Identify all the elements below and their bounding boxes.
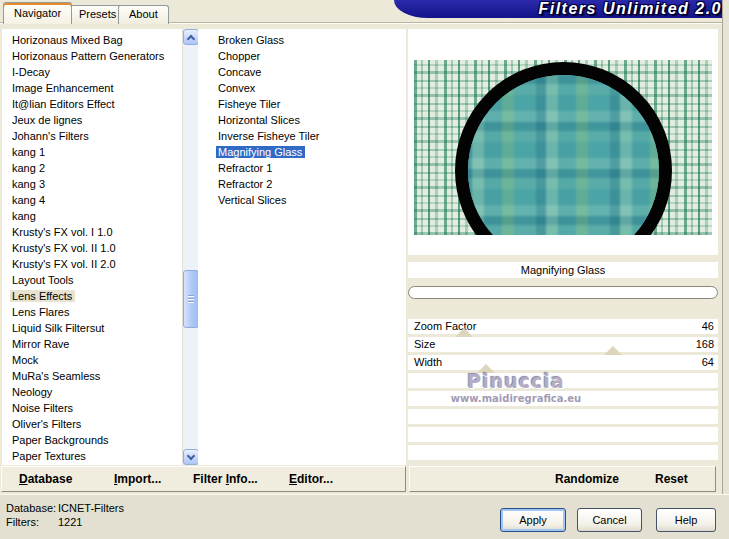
- randomize-button[interactable]: Randomize: [555, 467, 619, 491]
- filter-items: Broken GlassChopperConcaveConvexFisheye …: [198, 32, 406, 208]
- editor-menu-button[interactable]: Editor...: [289, 467, 333, 491]
- category-item[interactable]: Krusty's FX vol. I 1.0: [2, 224, 198, 240]
- apply-button[interactable]: Apply: [500, 508, 566, 532]
- category-item[interactable]: Image Enhancement: [2, 80, 198, 96]
- category-item[interactable]: Oliver's Filters: [2, 416, 198, 432]
- app-title: Filters Unlimited 2.0: [538, 0, 722, 17]
- filter-item[interactable]: Refractor 1: [198, 160, 406, 176]
- category-item[interactable]: kang 4: [2, 192, 198, 208]
- reset-button[interactable]: Reset: [655, 467, 688, 491]
- param-value: 64: [702, 355, 714, 370]
- preview-panel: Magnifying Glass Zoom Factor46Size168Wid…: [406, 29, 722, 465]
- param-name: Width: [414, 355, 442, 370]
- category-item[interactable]: Lens Effects: [2, 288, 198, 304]
- param-name: Size: [414, 337, 435, 352]
- filter-item[interactable]: Fisheye Tiler: [198, 96, 406, 112]
- filter-item[interactable]: Vertical Slices: [198, 192, 406, 208]
- category-item[interactable]: Horizonaus Pattern Generators: [2, 48, 198, 64]
- toolbar-right-section: Randomize Reset: [409, 466, 716, 492]
- param-row-empty: [408, 427, 718, 442]
- filter-list: Broken GlassChopperConcaveConvexFisheye …: [198, 29, 406, 465]
- category-item[interactable]: kang 2: [2, 160, 198, 176]
- preview-block: [408, 29, 718, 255]
- toolbar-left-section: Database Import... Filter Info... Editor…: [1, 466, 406, 492]
- category-list: Horizonaus Mixed BagHorizonaus Pattern G…: [2, 29, 198, 465]
- category-item[interactable]: Lens Flares: [2, 304, 198, 320]
- param-value: 46: [702, 319, 714, 334]
- category-item[interactable]: MuRa's Seamless: [2, 368, 198, 384]
- param-row[interactable]: Width64: [408, 355, 718, 370]
- filters-unlimited-dialog: Filters Unlimited 2.0 Navigator Presets …: [0, 0, 729, 539]
- chevron-up-icon: [187, 35, 195, 43]
- preview-progress-bar: [408, 286, 718, 299]
- filter-item[interactable]: Magnifying Glass: [198, 144, 406, 160]
- import-menu-button[interactable]: Import...: [114, 467, 161, 491]
- category-item[interactable]: Liquid Silk Filtersut: [2, 320, 198, 336]
- category-item[interactable]: Paper Textures: [2, 448, 198, 464]
- slider-thumb-triangle[interactable]: [455, 328, 473, 337]
- status-bar: Database: ICNET-Filters Filters: 1221 Ap…: [0, 494, 729, 539]
- category-item[interactable]: kang: [2, 208, 198, 224]
- filter-item[interactable]: Chopper: [198, 48, 406, 64]
- tab-navigator[interactable]: Navigator: [3, 2, 72, 24]
- filter-caption: Magnifying Glass: [408, 262, 718, 278]
- param-value: 168: [696, 337, 714, 352]
- category-item[interactable]: Krusty's FX vol. II 2.0: [2, 256, 198, 272]
- category-item[interactable]: It@lian Editors Effect: [2, 96, 198, 112]
- help-button[interactable]: Help: [656, 508, 716, 532]
- category-item[interactable]: kang 1: [2, 144, 198, 160]
- category-item[interactable]: Mirror Rave: [2, 336, 198, 352]
- chevron-down-icon: [187, 452, 195, 460]
- cancel-button[interactable]: Cancel: [577, 508, 642, 532]
- category-item[interactable]: Krusty's FX vol. II 1.0: [2, 240, 198, 256]
- database-label: Database:: [6, 502, 56, 514]
- slider-thumb-triangle[interactable]: [604, 346, 622, 355]
- category-item[interactable]: Noise Filters: [2, 400, 198, 416]
- category-item[interactable]: Johann's Filters: [2, 128, 198, 144]
- watermark: Pinuccia www.maidiregrafica.eu: [434, 370, 598, 404]
- category-item[interactable]: Horizonaus Mixed Bag: [2, 32, 198, 48]
- filter-item[interactable]: Horizontal Slices: [198, 112, 406, 128]
- scrollbar-thumb[interactable]: [183, 270, 198, 328]
- magnified-pattern: [462, 69, 665, 235]
- filter-item[interactable]: Refractor 2: [198, 176, 406, 192]
- category-item[interactable]: I-Decay: [2, 64, 198, 80]
- filter-info-menu-button[interactable]: Filter Info...: [193, 467, 258, 491]
- scroll-down-button[interactable]: [183, 449, 198, 465]
- window-right-edge: [722, 0, 729, 494]
- param-row-empty: [408, 445, 718, 460]
- category-items: Horizonaus Mixed BagHorizonaus Pattern G…: [2, 32, 198, 464]
- category-item[interactable]: Paper Backgrounds: [2, 432, 198, 448]
- magnifying-lens: [455, 62, 672, 235]
- filters-value: 1221: [58, 516, 82, 528]
- bottom-toolbar: Database Import... Filter Info... Editor…: [0, 466, 722, 493]
- category-item[interactable]: kang 3: [2, 176, 198, 192]
- database-menu-button[interactable]: Database: [19, 467, 72, 491]
- preview-image[interactable]: [414, 60, 712, 235]
- category-item[interactable]: Jeux de lignes: [2, 112, 198, 128]
- param-row[interactable]: Size168: [408, 337, 718, 352]
- database-value: ICNET-Filters: [58, 502, 124, 514]
- category-scrollbar[interactable]: [182, 29, 198, 465]
- filter-item[interactable]: Broken Glass: [198, 32, 406, 48]
- filter-item[interactable]: Convex: [198, 80, 406, 96]
- filter-item[interactable]: Inverse Fisheye Tiler: [198, 128, 406, 144]
- watermark-url: www.maidiregrafica.eu: [434, 393, 598, 404]
- category-item[interactable]: Neology: [2, 384, 198, 400]
- watermark-name: Pinuccia: [434, 370, 598, 392]
- category-item[interactable]: Layout Tools: [2, 272, 198, 288]
- tab-about[interactable]: About: [118, 5, 169, 24]
- filter-item[interactable]: Concave: [198, 64, 406, 80]
- scroll-up-button[interactable]: [183, 29, 198, 45]
- filters-label: Filters:: [6, 516, 39, 528]
- category-item[interactable]: Mock: [2, 352, 198, 368]
- param-row-empty: [408, 409, 718, 424]
- title-banner: Filters Unlimited 2.0: [394, 0, 729, 18]
